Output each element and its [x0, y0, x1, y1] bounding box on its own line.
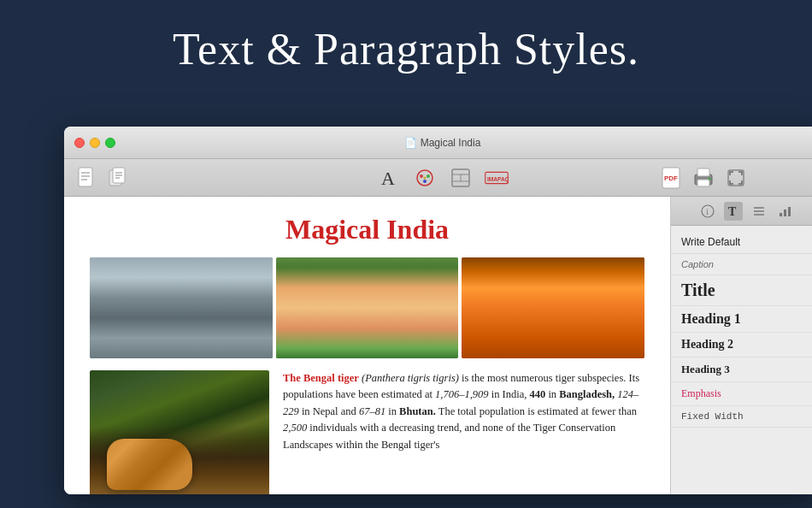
style-heading3[interactable]: Heading 3 — [671, 357, 812, 382]
sidebar-chart-button[interactable] — [775, 202, 794, 221]
svg-point-14 — [423, 176, 426, 179]
svg-point-26 — [709, 177, 711, 180]
sidebar-text-button[interactable]: T — [724, 202, 743, 221]
svg-rect-36 — [788, 207, 791, 216]
tiger-section: The Bengal tiger (Panthera tigris tigris… — [90, 370, 644, 494]
svg-text:PDF: PDF — [664, 174, 678, 182]
tiger-text: The Bengal tiger (Panthera tigris tigris… — [283, 370, 644, 494]
style-write-default[interactable]: Write Default — [671, 231, 812, 254]
duplicate-document-button[interactable] — [107, 166, 131, 190]
svg-text:i: i — [706, 207, 709, 216]
toolbar-center: A — [377, 166, 509, 190]
svg-rect-34 — [780, 213, 782, 216]
toolbar: A — [64, 159, 812, 197]
print-button[interactable] — [691, 166, 715, 190]
style-heading2[interactable]: Heading 2 — [671, 333, 812, 357]
sidebar-info-button[interactable]: i — [698, 202, 717, 221]
svg-rect-25 — [697, 180, 709, 186]
svg-point-12 — [427, 174, 430, 178]
estimate-bhutan: 67–81 — [359, 405, 385, 417]
photo-temple — [90, 257, 273, 358]
svg-text:T: T — [728, 205, 737, 218]
sidebar-toolbar: i T — [671, 197, 812, 226]
body-text-5: in Nepal and — [302, 405, 359, 417]
sidebar-list-button[interactable] — [750, 202, 768, 221]
bengal-tiger-label: The Bengal tiger — [283, 372, 359, 384]
body-text-8: individuals with a decreasing trend, and… — [283, 422, 615, 450]
photo-statue — [462, 257, 644, 358]
new-document-button[interactable] — [74, 166, 98, 190]
body-text-3: in — [548, 388, 559, 400]
traffic-lights — [64, 138, 115, 148]
species-name: (Panthera tigris tigris) — [362, 372, 459, 384]
hero-header: Text & Paragraph Styles. — [0, 0, 812, 93]
style-title[interactable]: Title — [671, 275, 812, 306]
document-title: Magical India — [90, 214, 644, 245]
svg-point-13 — [423, 180, 427, 183]
minimize-button[interactable] — [90, 138, 100, 148]
toolbar-left — [74, 166, 131, 190]
toolbar-right: PDF — [659, 166, 748, 190]
style-caption[interactable]: Caption — [671, 254, 812, 275]
page-title: Text & Paragraph Styles. — [0, 24, 812, 74]
body-text-2: in India, — [491, 388, 530, 400]
titlebar: 📄 Magical India — [64, 127, 812, 159]
image-button[interactable]: IMAPAQ — [485, 166, 509, 190]
app-window: 📄 Magical India — [64, 127, 812, 494]
svg-rect-35 — [784, 210, 786, 216]
svg-point-11 — [420, 174, 423, 178]
sidebar: i T — [670, 197, 812, 494]
bhutan-label: Bhutan. — [399, 405, 436, 417]
close-button[interactable] — [74, 138, 85, 148]
font-button[interactable]: A — [377, 166, 401, 190]
content-area: Magical India The Bengal tiger (Panthera… — [64, 197, 812, 494]
svg-text:IMAPAQ: IMAPAQ — [486, 175, 508, 182]
sidebar-styles-list: Write Default Caption Title Heading 1 He… — [671, 226, 812, 433]
document-area[interactable]: Magical India The Bengal tiger (Panthera… — [64, 197, 670, 494]
pdf-button[interactable]: PDF — [659, 166, 683, 190]
body-text-6: in — [388, 405, 399, 417]
estimate-bangladesh-num: 440 — [530, 388, 546, 400]
svg-text:A: A — [381, 168, 395, 188]
tiger-photo — [90, 370, 269, 494]
photo-grid — [90, 257, 644, 358]
style-fixed-width[interactable]: Fixed Width — [671, 406, 812, 428]
maximize-button[interactable] — [105, 138, 115, 148]
estimate-total: 2,500 — [283, 422, 307, 434]
svg-rect-24 — [697, 168, 709, 176]
document-icon: 📄 — [404, 137, 417, 149]
window-title: 📄 Magical India — [404, 137, 481, 149]
palette-button[interactable] — [413, 166, 437, 190]
style-heading1[interactable]: Heading 1 — [671, 306, 812, 333]
svg-rect-0 — [79, 168, 92, 186]
style-emphasis[interactable]: Emphasis — [671, 382, 812, 406]
estimate-india: 1,706–1,909 — [435, 388, 489, 400]
layout-button[interactable] — [449, 166, 473, 190]
fullscreen-button[interactable] — [724, 166, 748, 190]
bangladesh-label: Bangladesh, — [559, 388, 615, 400]
body-text-7: The total population is estimated at few… — [438, 405, 637, 417]
photo-women — [276, 257, 459, 358]
